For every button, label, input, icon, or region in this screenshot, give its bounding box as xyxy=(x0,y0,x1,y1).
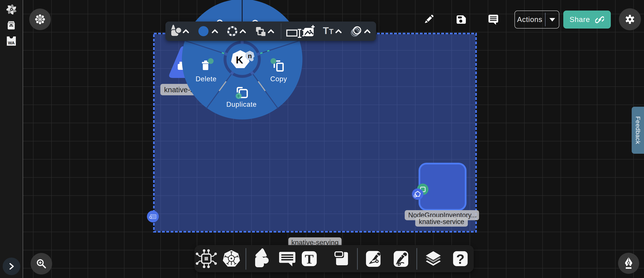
svg-text:T: T xyxy=(323,25,329,36)
svg-text:WA: WA xyxy=(8,41,15,45)
svg-text:Duplicate: Duplicate xyxy=(226,101,257,108)
svg-text:K: K xyxy=(236,54,243,66)
svg-text:n: n xyxy=(248,52,252,59)
svg-text:Copy: Copy xyxy=(270,75,287,83)
svg-text:T: T xyxy=(305,252,314,266)
svg-text:T: T xyxy=(329,27,334,36)
svg-text:Delete: Delete xyxy=(196,75,217,83)
svg-text:?: ? xyxy=(456,252,464,267)
